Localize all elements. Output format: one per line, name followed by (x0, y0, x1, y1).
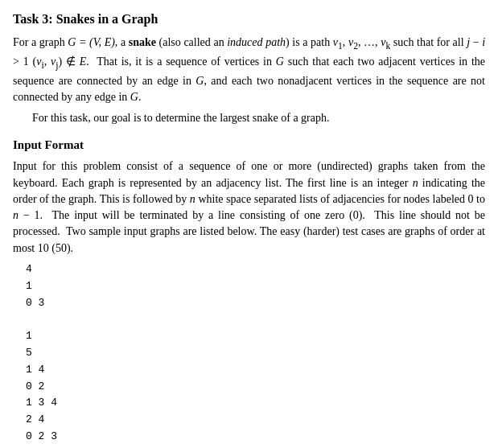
input-description: Input for this problem consist of a sequ… (13, 158, 485, 257)
goal-text: For this task, our goal is to determine … (32, 110, 485, 126)
terminated-text: terminated (139, 209, 187, 221)
input-line-3: 0 3 (26, 295, 485, 312)
input-line-6: 1 4 (26, 362, 485, 379)
input-line-9: 2 4 (26, 412, 485, 429)
input-line-4: 1 (26, 328, 485, 345)
sample-input-block: 4 1 0 3 1 5 1 4 0 2 1 3 4 2 4 0 2 3 0 (26, 261, 485, 448)
input-line-1: 4 (26, 261, 485, 278)
input-line-10: 0 2 3 (26, 429, 485, 446)
snake-term: snake (129, 36, 156, 48)
consisting-text: consisting (240, 209, 286, 221)
page-title: Task 3: Snakes in a Graph (13, 10, 485, 28)
input-line-5: 5 (26, 345, 485, 362)
input-line-blank-1 (26, 311, 485, 328)
input-line-7: 0 2 (26, 379, 485, 396)
input-line-8: 1 3 4 (26, 395, 485, 412)
intro-text: For a graph G = (V, E), a snake (also ca… (13, 35, 485, 105)
input-line-2: 1 (26, 278, 485, 295)
input-heading: Input Format (13, 137, 485, 154)
math-G: G = (V, E) (68, 36, 115, 48)
